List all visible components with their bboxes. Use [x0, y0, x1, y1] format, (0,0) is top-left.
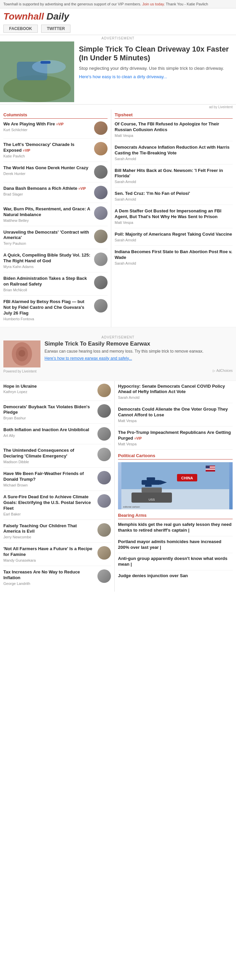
bearing-item-3[interactable]: Judge denies injunction over San — [118, 573, 233, 582]
svg-rect-13 — [147, 477, 155, 480]
main-two-col: Columnists We Are Playing With Fire ≡VIP… — [0, 110, 236, 327]
ad-label-earwax: ADVERTISEMENT — [3, 334, 233, 340]
svg-rect-11 — [142, 480, 160, 485]
bottom-avatar-1 — [97, 404, 111, 418]
bottom-avatar-8 — [97, 570, 111, 583]
header: Townhall Daily — [0, 8, 236, 23]
bearing-item-2[interactable]: Anti-gun group apparently doesn't know w… — [118, 556, 233, 570]
columnists-section: Columnists We Are Playing With Fire ≡VIP… — [0, 110, 111, 327]
svg-rect-14 — [145, 485, 152, 487]
bearing-arms-title: Bearing Arms — [118, 513, 233, 519]
columnist-item-7[interactable]: Biden Administration Takes a Step Back o… — [3, 276, 108, 296]
tip-item-3[interactable]: Sen. Ted Cruz: 'I'm No Fan of Pelosi' Sa… — [115, 191, 233, 205]
tip-item-0[interactable]: Of Course, The FBI Refused to Apologize … — [115, 121, 233, 141]
bottom-tip-1[interactable]: Democrats Could Alienate the One Voter G… — [118, 407, 233, 426]
earwax-ad-content: Simple Trick To Easily Remove Earwax Ear… — [45, 340, 204, 361]
svg-rect-18 — [206, 466, 210, 469]
earwax-ad-section: ADVERTISEMENT Simple Trick To Easily Rem… — [0, 327, 236, 381]
avatar-1 — [94, 142, 108, 156]
ad-choices: ▷ AdChoices — [213, 369, 233, 372]
svg-text:editorial cartoon: editorial cartoon — [123, 506, 140, 508]
bottom-columnist-3[interactable]: The Unintended Consequences of Declaring… — [3, 448, 111, 468]
bottom-avatar-6 — [97, 523, 111, 537]
topbar-text: Townhall is supported by advertising and… — [3, 2, 141, 6]
bottom-tip-2[interactable]: The Pro-Trump Impeachment Republicans Ar… — [118, 430, 233, 450]
facebook-button[interactable]: FACEBOOK — [3, 25, 38, 33]
svg-rect-17 — [206, 469, 215, 469]
columnist-item-1[interactable]: The Left's 'Democracy' Charade Is Expose… — [3, 142, 108, 162]
tip-item-2[interactable]: Bill Maher Hits Back at Gov. Newsom: 'I … — [115, 168, 233, 188]
bottom-columnist-7[interactable]: 'Not All Farmers Have a Future' Is a Rec… — [3, 546, 111, 566]
social-bar: FACEBOOK TWITTER — [0, 23, 236, 35]
main-ad-title: Simple Trick To Clean Driveway 10x Faste… — [79, 45, 231, 63]
cartoon-image: CHINA USS editorial cartoon — [118, 462, 233, 509]
bottom-columnist-1[interactable]: Democrats' Buyback Tax Violates Biden's … — [3, 404, 111, 424]
bottom-avatar-2 — [97, 427, 111, 441]
main-ad-attribution: ad by Liveintent — [0, 105, 236, 110]
bottom-avatar-5 — [97, 494, 111, 508]
tip-item-4[interactable]: A Dem Staffer Got Busted for Impersonati… — [115, 208, 233, 228]
columnists-title: Columnists — [3, 112, 108, 119]
svg-text:CHINA: CHINA — [182, 476, 193, 480]
bottom-columnist-0[interactable]: Hope in Ukraine Kathryn Lopez — [3, 383, 111, 401]
bottom-columnist-4[interactable]: Have We Been Fair-Weather Friends of Don… — [3, 471, 111, 491]
columnist-item-0[interactable]: We Are Playing With Fire ≡VIP Kurt Schli… — [3, 121, 108, 138]
svg-point-8 — [19, 350, 25, 357]
powered-by-label: Powered by Liveintent — [3, 369, 37, 373]
bearing-item-0[interactable]: Memphis kids get the real gun safety les… — [118, 522, 233, 536]
tip-item-1[interactable]: Democrats Advance Inflation Reduction Ac… — [115, 145, 233, 164]
earwax-advertisement[interactable]: Simple Trick To Easily Remove Earwax Ear… — [3, 340, 233, 368]
twitter-button[interactable]: TWITTER — [41, 25, 70, 33]
columnist-item-3[interactable]: Dana Bash Bemoans a Rich Athlete ≡VIP Br… — [3, 186, 108, 203]
tip-item-5[interactable]: Poll: Majority of Americans Regret Takin… — [115, 232, 233, 246]
tipsheet-section: Tipsheet Of Course, The FBI Refused to A… — [111, 110, 236, 327]
columnist-item-4[interactable]: War, Burn Pits, Resentment, and Grace: A… — [3, 206, 108, 226]
earwax-ad-image — [3, 340, 40, 368]
avatar-7 — [94, 276, 108, 289]
columnist-item-5[interactable]: Unraveling the Democrats' 'Contract with… — [3, 229, 108, 250]
main-ad-link[interactable]: Here's how easy is to clean a dirty driv… — [79, 74, 167, 79]
main-advertisement[interactable]: Simple Trick To Clean Driveway 10x Faste… — [0, 41, 236, 105]
bottom-avatar-3 — [97, 448, 111, 461]
bottom-columnist-8[interactable]: Tax Increases Are No Way to Reduce Infla… — [3, 570, 111, 589]
bottom-avatar-0 — [97, 383, 111, 397]
bottom-columnists-section: Hope in Ukraine Kathryn Lopez Democrats'… — [0, 381, 115, 592]
earwax-ad-desc: Earwax can cause hearing loss and memory… — [45, 348, 204, 354]
avatar-4 — [94, 206, 108, 220]
avatar-3 — [94, 186, 108, 199]
svg-text:USS: USS — [149, 498, 155, 501]
political-cartoons-title: Political Cartoons — [118, 453, 233, 460]
columnist-item-8[interactable]: FBI Alarmed by Betsy Ross Flag — but Not… — [3, 299, 108, 324]
earwax-ad-row: Powered by Liveintent ▷ AdChoices — [3, 368, 233, 374]
bearing-item-1[interactable]: Portland mayor admits homicides have inc… — [118, 539, 233, 554]
main-ad-image — [0, 41, 74, 102]
columnist-item-2[interactable]: The World Has Gone Derek Hunter Crazy De… — [3, 165, 108, 182]
svg-rect-4 — [40, 61, 51, 64]
avatar-8 — [94, 299, 108, 312]
topbar-suffix: . Thank You - Katie Pavlich — [164, 2, 208, 6]
tipsheet-title: Tipsheet — [115, 112, 233, 119]
bottom-columnist-2[interactable]: Both Inflation and Inaction Are Unbiblic… — [3, 427, 111, 444]
bottom-tip-0[interactable]: Hypocrisy: Senate Democrats Cancel COVID… — [118, 383, 233, 404]
avatar-0 — [94, 121, 108, 135]
bottom-columnist-6[interactable]: Falsely Teaching Our Children That Ameri… — [3, 523, 111, 543]
svg-rect-22 — [142, 487, 162, 493]
ad-label-top: ADVERTISEMENT — [0, 35, 236, 41]
columnist-item-6[interactable]: A Quick, Compelling Bible Study Vol. 125… — [3, 253, 108, 272]
bottom-right-section: Hypocrisy: Senate Democrats Cancel COVID… — [115, 381, 236, 592]
join-link[interactable]: Join us today — [142, 2, 164, 6]
avatar-5 — [94, 229, 108, 243]
earwax-ad-title: Simple Trick To Easily Remove Earwax — [45, 340, 204, 347]
bottom-two-col: Hope in Ukraine Kathryn Lopez Democrats'… — [0, 381, 236, 592]
brand-logo: Townhall Daily — [3, 11, 69, 22]
bottom-columnist-5[interactable]: A Sure-Fire Dead End to Achieve Climate … — [3, 494, 111, 520]
main-ad-desc: Stop neglecting your dirty driveway. Use… — [79, 65, 231, 72]
bottom-avatar-4 — [97, 471, 111, 484]
earwax-ad-link[interactable]: Here's how to remove earwax easily and s… — [45, 356, 132, 361]
tip-item-6[interactable]: Indiana Becomes First State to Ban Abort… — [115, 249, 233, 269]
main-ad-content: Simple Trick To Clean Driveway 10x Faste… — [74, 41, 236, 102]
bottom-avatar-7 — [97, 546, 111, 560]
top-bar: Townhall is supported by advertising and… — [0, 0, 236, 8]
avatar-2 — [94, 165, 108, 179]
avatar-6 — [94, 253, 108, 266]
